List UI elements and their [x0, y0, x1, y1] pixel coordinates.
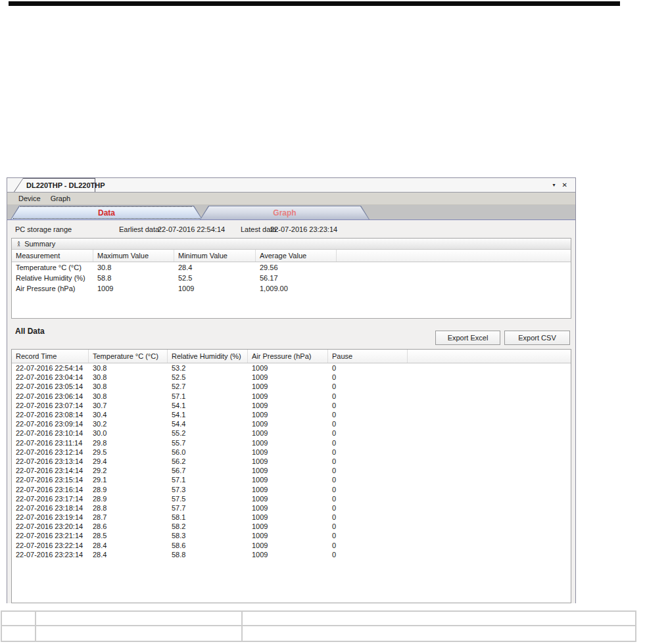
table-cell: 54.1 — [168, 401, 248, 410]
table-row[interactable]: 22-07-2016 23:04:1430.852.510090 — [12, 373, 571, 382]
table-cell: 1009 — [248, 438, 328, 448]
table-cell: 52.5 — [168, 373, 248, 382]
table-cell: 1009 — [248, 428, 328, 438]
table-cell: 58.8 — [93, 273, 174, 283]
table-row[interactable]: 22-07-2016 23:16:1428.957.310090 — [12, 484, 571, 494]
table-cell: 22-07-2016 23:13:14 — [12, 457, 89, 466]
table-cell: 1009 — [248, 550, 328, 559]
table-row[interactable]: 22-07-2016 23:22:1428.458.610090 — [12, 541, 571, 550]
table-cell: 29.1 — [89, 475, 168, 484]
table-cell: 1009 — [248, 484, 328, 494]
table-row[interactable]: 22-07-2016 23:21:1428.558.310090 — [12, 531, 571, 540]
table-cell: 29.2 — [89, 466, 168, 475]
table-row[interactable]: 22-07-2016 22:54:1430.853.210090 — [12, 363, 571, 373]
tab-graph[interactable]: Graph — [200, 206, 370, 219]
summary-col-measurement: Measurement — [12, 250, 93, 262]
table-row[interactable]: 22-07-2016 23:13:1429.456.210090 — [12, 457, 571, 466]
table-cell: 0 — [328, 382, 408, 391]
table-cell: 0 — [328, 550, 408, 559]
table-cell: 22-07-2016 23:22:14 — [12, 541, 89, 550]
table-row[interactable]: 22-07-2016 23:05:1430.852.710090 — [12, 382, 571, 391]
window-title: DL220THP - DL220THP — [14, 178, 95, 192]
earliest-data-label: Earliest data: — [119, 225, 161, 233]
document-top-rule — [9, 1, 620, 6]
export-csv-button[interactable]: Export CSV — [504, 331, 570, 345]
tab-data-label: Data — [11, 206, 203, 219]
summary-group-box: ∧∧ Summary Measurement Maximum Value Min… — [11, 238, 571, 319]
document-page: DL220THP - DL220THP ▾ ✕ Device Graph Dat… — [0, 0, 645, 644]
table-cell: 55.2 — [168, 428, 248, 438]
col-air-pressure: Air Pressure (hPa) — [248, 350, 328, 363]
table-cell: 30.7 — [89, 401, 168, 410]
table-row[interactable]: 22-07-2016 23:15:1429.157.110090 — [12, 475, 571, 484]
summary-col-min: Minimum Value — [174, 250, 256, 262]
table-cell: 58.2 — [168, 522, 248, 531]
table-cell: 28.5 — [89, 531, 168, 540]
window-titlebar: DL220THP - DL220THP ▾ ✕ — [7, 178, 575, 193]
table-cell: 0 — [328, 363, 408, 373]
table-cell: 22-07-2016 23:20:14 — [12, 522, 89, 531]
table-cell: 1009 — [248, 401, 328, 410]
menu-graph[interactable]: Graph — [51, 195, 71, 202]
table-cell: 0 — [328, 448, 408, 457]
tab-data[interactable]: Data — [11, 206, 203, 219]
table-cell: 30.8 — [89, 382, 168, 391]
table-cell: 54.1 — [168, 410, 248, 419]
table-row[interactable]: 22-07-2016 23:06:1430.857.110090 — [12, 392, 571, 401]
table-cell: 0 — [328, 401, 408, 410]
export-excel-button[interactable]: Export Excel — [435, 331, 500, 345]
table-row[interactable]: 22-07-2016 23:08:1430.454.110090 — [12, 410, 571, 419]
table-cell: 1009 — [248, 382, 328, 391]
table-cell: 0 — [328, 457, 408, 466]
pc-storage-range-label: PC storage range — [15, 225, 72, 233]
table-cell: 1009 — [248, 363, 328, 373]
table-cell: 58.3 — [168, 531, 248, 540]
table-cell: 52.7 — [168, 382, 248, 391]
table-cell: 53.2 — [168, 363, 248, 373]
summary-header-bar[interactable]: ∧∧ Summary — [12, 239, 571, 250]
table-cell: 30.8 — [93, 262, 174, 273]
table-row[interactable]: 22-07-2016 23:18:1428.857.710090 — [12, 503, 571, 513]
col-humidity: Relative Humidity (%) — [168, 350, 248, 363]
table-row[interactable]: 22-07-2016 23:07:1430.754.110090 — [12, 401, 571, 410]
table-cell: 22-07-2016 23:08:14 — [12, 410, 89, 419]
table-row[interactable]: 22-07-2016 23:23:1428.458.810090 — [12, 550, 571, 559]
table-cell: 0 — [328, 541, 408, 550]
table-cell: 58.1 — [168, 513, 248, 522]
table-cell: 1009 — [174, 283, 256, 294]
table-cell: 0 — [328, 475, 408, 484]
summary-table-header: Measurement Maximum Value Minimum Value … — [12, 250, 571, 262]
menu-device[interactable]: Device — [18, 195, 41, 202]
table-cell: 22-07-2016 23:23:14 — [12, 550, 89, 559]
table-cell: 22-07-2016 23:15:14 — [12, 475, 89, 484]
table-cell: 22-07-2016 23:14:14 — [12, 466, 89, 475]
table-cell: 1009 — [248, 522, 328, 531]
table-cell: 28.8 — [89, 503, 168, 513]
table-row[interactable]: 22-07-2016 23:19:1428.758.110090 — [12, 513, 571, 522]
window-dropdown-icon[interactable]: ▾ — [553, 182, 556, 189]
table-cell: 30.8 — [89, 363, 168, 373]
table-cell: 0 — [328, 503, 408, 513]
table-cell: 30.2 — [89, 419, 168, 428]
table-cell: Relative Humidity (%) — [12, 273, 93, 283]
table-row[interactable]: 22-07-2016 23:14:1429.256.710090 — [12, 466, 571, 475]
table-cell: 30.4 — [89, 410, 168, 419]
table-cell: 1009 — [248, 541, 328, 550]
table-cell: 1009 — [248, 513, 328, 522]
table-row[interactable]: 22-07-2016 23:09:1430.254.410090 — [12, 419, 571, 428]
table-row[interactable]: 22-07-2016 23:10:1430.055.210090 — [12, 428, 571, 438]
table-row[interactable]: 22-07-2016 23:11:1429.855.710090 — [12, 438, 571, 448]
table-cell: 28.9 — [89, 494, 168, 503]
window-document-tab[interactable]: DL220THP - DL220THP — [14, 178, 95, 192]
table-row: Air Pressure (hPa)100910091,009.00 — [12, 283, 571, 294]
table-row[interactable]: 22-07-2016 23:17:1428.957.510090 — [12, 494, 571, 503]
table-row[interactable]: 22-07-2016 23:20:1428.658.210090 — [12, 522, 571, 531]
close-icon[interactable]: ✕ — [562, 182, 567, 189]
table-cell: 22-07-2016 23:17:14 — [12, 494, 89, 503]
table-row[interactable]: 22-07-2016 23:12:1429.556.010090 — [12, 448, 571, 457]
table-cell: 22-07-2016 23:19:14 — [12, 513, 89, 522]
summary-col-avg: Average Value — [256, 250, 337, 262]
table-cell: 22-07-2016 23:06:14 — [12, 392, 89, 401]
table-cell: 1009 — [248, 448, 328, 457]
table-cell: 1009 — [248, 373, 328, 382]
